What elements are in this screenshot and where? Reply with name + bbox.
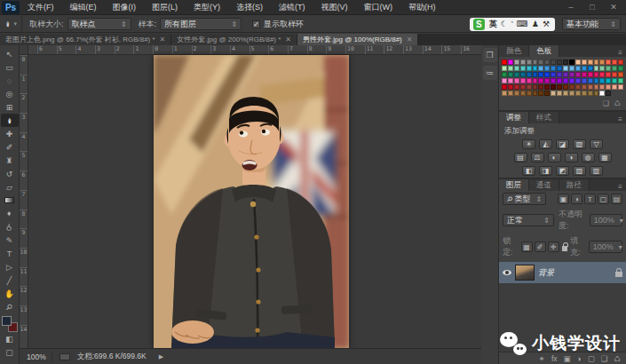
color-swatch[interactable] [582, 84, 587, 90]
color-swatch[interactable] [575, 91, 581, 96]
color-swatch[interactable] [599, 84, 605, 90]
adjustments-panel-menu-icon[interactable]: ≡ [614, 115, 626, 123]
new-group-icon[interactable]: ▢ [588, 354, 595, 363]
color-swatch[interactable] [606, 59, 611, 65]
layer-row-background[interactable]: 背景 [499, 262, 626, 283]
color-swatch[interactable] [563, 72, 568, 77]
color-swatch[interactable] [508, 78, 513, 83]
color-swatch[interactable] [527, 84, 532, 90]
color-swatch[interactable] [533, 78, 538, 83]
color-swatch[interactable] [582, 59, 587, 65]
history-panel-button[interactable]: ❐ [483, 48, 497, 62]
menu-图层[interactable]: 图层(L) [144, 0, 186, 15]
opacity-dropdown[interactable]: 100%▾ [590, 214, 622, 226]
color-swatch[interactable] [551, 78, 556, 83]
color-swatch[interactable] [544, 84, 550, 90]
color-swatch[interactable] [606, 66, 611, 71]
layers-tab-图层[interactable]: 图层 [499, 179, 529, 191]
color-swatch[interactable] [514, 84, 519, 90]
color-swatch[interactable] [533, 84, 538, 90]
color-swatch[interactable] [502, 84, 507, 90]
color-lookup-icon[interactable]: ▦ [598, 153, 612, 162]
color-swatch[interactable] [551, 72, 556, 77]
color-swatch[interactable] [575, 78, 581, 83]
minimize-button[interactable]: – [561, 2, 581, 13]
quick-mask-button[interactable]: ◧ [1, 332, 19, 345]
color-swatch[interactable] [612, 66, 617, 71]
layer-filter-dropdown[interactable]: ⚲ 类型 ⇕ [503, 193, 546, 205]
levels-icon[interactable]: ◭ [539, 139, 552, 149]
color-swatch[interactable] [569, 59, 574, 65]
blend-mode-dropdown[interactable]: 正常⇕ [503, 214, 554, 226]
document-tab-2[interactable]: 女性外套.jpg @ 200%(RGB/8#) *✕ [171, 34, 297, 45]
lock-transparency-icon[interactable]: ▦ [521, 241, 533, 252]
color-swatch[interactable] [569, 91, 574, 96]
menu-帮助[interactable]: 帮助(H) [400, 0, 444, 15]
ime-keyboard-icon[interactable]: ⌨ [517, 20, 528, 28]
color-swatch[interactable] [599, 91, 605, 96]
link-layers-icon[interactable]: ⚭ [539, 354, 545, 363]
ime-toolbox-icon[interactable]: ⚒ [543, 20, 550, 28]
color-swatch[interactable] [538, 66, 543, 71]
menu-滤镜[interactable]: 滤镜(T) [271, 0, 313, 15]
color-swatch[interactable] [508, 91, 513, 96]
selective-color-icon[interactable]: ▨ [573, 166, 586, 176]
color-swatch[interactable] [618, 72, 623, 77]
color-swatch[interactable] [599, 72, 605, 77]
color-swatch[interactable] [502, 91, 507, 96]
quick-selection-tool[interactable]: ◎ [1, 87, 19, 100]
color-swatch[interactable] [599, 66, 605, 71]
color-swatch[interactable] [502, 72, 507, 77]
lasso-tool[interactable]: ◌ [1, 74, 19, 87]
move-tool[interactable]: ↖ [1, 47, 19, 60]
eyedropper-tool[interactable]: ✒ [1, 114, 19, 127]
ime-punct-icon[interactable]: ’ [511, 20, 513, 28]
color-swatch[interactable] [594, 66, 599, 71]
filter-smart-objects-icon[interactable]: ▤ [611, 194, 622, 204]
menu-窗口[interactable]: 窗口(W) [356, 0, 401, 15]
color-swatch[interactable] [569, 66, 574, 71]
menu-选择[interactable]: 选择(S) [228, 0, 271, 15]
posterize-icon[interactable]: ◨ [539, 166, 552, 176]
color-swatch[interactable] [618, 66, 623, 71]
color-swatch[interactable] [588, 66, 593, 71]
line-tool[interactable]: ╱ [1, 273, 19, 287]
color-swatch[interactable] [533, 59, 538, 65]
layers-tab-路径[interactable]: 路径 [559, 179, 590, 191]
color-swatch[interactable] [544, 91, 550, 96]
color-swatch[interactable] [551, 84, 556, 90]
layer-mask-icon[interactable]: ▣ [564, 354, 571, 363]
color-swatch[interactable] [544, 59, 550, 65]
color-swatch[interactable] [557, 72, 562, 77]
menu-图像[interactable]: 图像(I) [105, 0, 145, 15]
color-swatch[interactable] [514, 91, 519, 96]
layer-style-icon[interactable]: fx [551, 354, 558, 363]
delete-layer-icon[interactable]: ♺ [614, 354, 621, 363]
swatches-tab-颜色[interactable]: 颜色 [499, 45, 529, 57]
color-swatch[interactable] [599, 78, 605, 83]
color-swatch[interactable] [533, 66, 538, 71]
black-white-icon[interactable]: ◐ [548, 153, 561, 162]
color-swatch[interactable] [538, 72, 543, 77]
color-swatch[interactable] [557, 59, 562, 65]
color-swatch[interactable] [508, 72, 513, 77]
menu-视图[interactable]: 视图(V) [313, 0, 356, 15]
color-swatch[interactable] [618, 59, 623, 65]
color-swatch[interactable] [544, 78, 550, 83]
status-options-arrow[interactable]: ▶ [159, 353, 163, 360]
color-swatch[interactable] [569, 72, 574, 77]
ime-person-icon[interactable]: ♟ [532, 20, 539, 28]
color-swatch[interactable] [563, 66, 568, 71]
color-swatch[interactable] [520, 84, 526, 90]
vertical-ruler[interactable]: 01234567891011121314 [20, 55, 28, 348]
document-tab-3[interactable]: 男性外套.jpg @ 100%(RGB/8#)✕ [297, 34, 418, 45]
color-swatch[interactable] [502, 78, 507, 83]
color-swatch[interactable] [563, 59, 568, 65]
history-brush-tool[interactable]: ↺ [1, 167, 19, 180]
filter-adjustment-layers-icon[interactable]: ◑ [571, 194, 582, 204]
color-swatch[interactable] [612, 78, 617, 83]
path-selection-tool[interactable]: ▷ [1, 260, 19, 273]
adjustments-tab-调整[interactable]: 调整 [499, 112, 529, 123]
color-swatch[interactable] [551, 66, 556, 71]
color-swatch[interactable] [569, 84, 574, 90]
